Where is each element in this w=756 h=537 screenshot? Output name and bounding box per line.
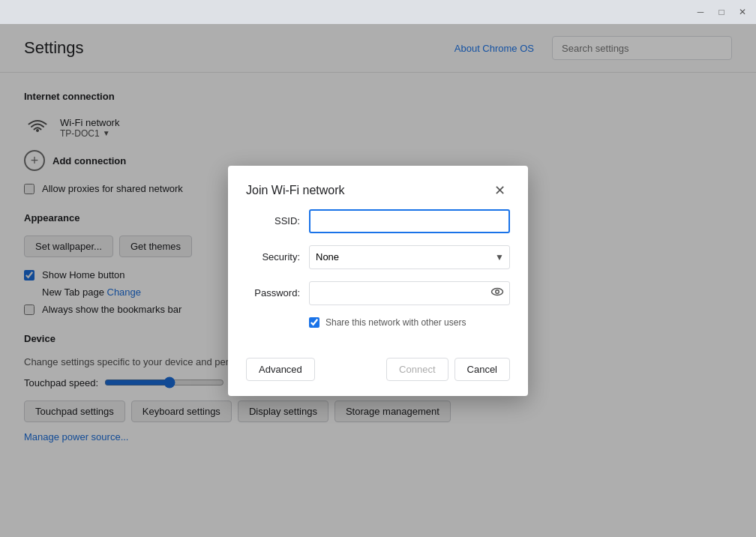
svg-point-0	[492, 288, 503, 295]
security-row: Security: None WEP WPA/WPA2 Personal WPA…	[246, 245, 510, 269]
modal-overlay: Join Wi-Fi network ✕ SSID: Security: Non…	[0, 24, 756, 537]
close-button[interactable]: ✕	[735, 4, 750, 20]
title-bar: ─ □ ✕	[0, 0, 756, 24]
password-label: Password:	[246, 287, 300, 298]
share-network-row: Share this network with other users	[309, 317, 510, 328]
security-select[interactable]: None WEP WPA/WPA2 Personal WPA Enterpris…	[309, 245, 510, 269]
dialog-header: Join Wi-Fi network ✕	[228, 166, 528, 209]
ssid-input[interactable]	[309, 209, 510, 233]
advanced-button[interactable]: Advanced	[246, 358, 315, 381]
password-row: Password:	[246, 281, 510, 305]
security-select-wrap: None WEP WPA/WPA2 Personal WPA Enterpris…	[309, 245, 510, 269]
security-label: Security:	[246, 251, 300, 262]
dialog-footer-right: Connect Cancel	[386, 358, 510, 381]
join-wifi-dialog: Join Wi-Fi network ✕ SSID: Security: Non…	[228, 166, 528, 396]
dialog-close-button[interactable]: ✕	[490, 181, 510, 200]
connect-button[interactable]: Connect	[386, 358, 448, 381]
svg-point-1	[496, 290, 500, 293]
password-wrap	[309, 281, 510, 305]
dialog-body: SSID: Security: None WEP WPA/WPA2 Person…	[228, 209, 528, 352]
maximize-button[interactable]: □	[714, 4, 729, 20]
cancel-button[interactable]: Cancel	[454, 358, 510, 381]
share-network-label: Share this network with other users	[326, 317, 466, 328]
ssid-row: SSID:	[246, 209, 510, 233]
show-password-button[interactable]	[489, 284, 506, 303]
ssid-label: SSID:	[246, 215, 300, 226]
minimize-button[interactable]: ─	[693, 4, 708, 20]
password-input[interactable]	[309, 281, 510, 305]
dialog-title: Join Wi-Fi network	[246, 184, 345, 197]
share-network-checkbox[interactable]	[309, 317, 320, 328]
dialog-footer: Advanced Connect Cancel	[228, 352, 528, 396]
